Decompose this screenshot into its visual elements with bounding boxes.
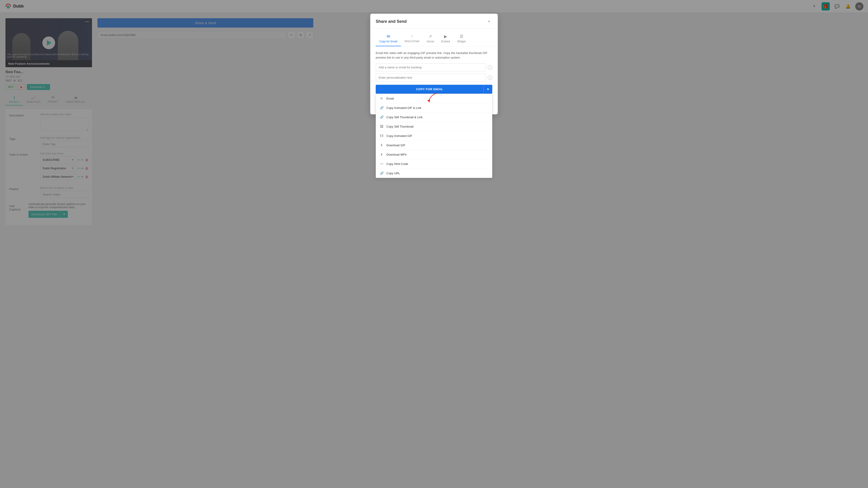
- copy-email-label: Copy for Email: [379, 40, 397, 43]
- copy-still-thumbnail-icon: 🖼: [379, 124, 384, 128]
- dropdown-item-download-gif[interactable]: ⬇ Download GIF: [376, 141, 492, 150]
- email-dropdown-icon: ✉: [379, 96, 384, 101]
- modal-body: Email this video with an engaging GIF pr…: [370, 46, 498, 114]
- direct-email-label: Direct Email: [405, 40, 420, 43]
- dropdown-copy-url-label: Copy URL: [386, 172, 400, 175]
- copy-email-icon: ✉: [386, 34, 390, 39]
- email-tracking-input[interactable]: [376, 63, 486, 71]
- copy-dropdown-toggle[interactable]: [484, 85, 492, 94]
- copy-still-thumbnail-link-icon: 🔗: [379, 115, 384, 119]
- copy-for-email-btn[interactable]: COPY FOR EMAIL: [376, 85, 484, 94]
- copy-btn-group: COPY FOR EMAIL ✉ Email 🔗 Copy Animated G…: [376, 85, 492, 94]
- dropdown-item-copy-animated-gif[interactable]: 🎞 Copy Animated GIF: [376, 131, 492, 141]
- dropdown-item-email[interactable]: ✉ Email: [376, 94, 492, 103]
- social-icon: ↗: [429, 34, 432, 39]
- personalization-input[interactable]: [376, 74, 486, 82]
- dropdown-email-label: Email: [386, 97, 394, 100]
- dropdown-item-copy-animated-gif-link[interactable]: 🔗 Copy Animated GIF & Link: [376, 103, 492, 113]
- tab-copy-email[interactable]: ✉ Copy for Email: [376, 32, 401, 46]
- dropdown-item-copy-still-thumbnail-link[interactable]: 🔗 Copy Still Thumbnail & Link: [376, 113, 492, 122]
- copy-animated-gif-icon: 🎞: [379, 134, 384, 138]
- widget-label: Widget: [457, 40, 466, 43]
- download-mp4-icon: ⬇: [379, 152, 384, 156]
- tab-widget[interactable]: ☰ Widget: [454, 32, 469, 46]
- modal-overlay: Share and Send × ✉ Copy for Email ↑ Dire…: [0, 0, 868, 488]
- share-tabs: ✉ Copy for Email ↑ Direct Email ↗ Social…: [370, 28, 498, 46]
- modal-description: Email this video with an engaging GIF pr…: [376, 51, 492, 60]
- personalization-info-icon[interactable]: i: [488, 76, 492, 80]
- widget-icon: ☰: [460, 34, 463, 39]
- embed-icon: ▶: [444, 34, 447, 39]
- dropdown-copy-still-thumbnail-label: Copy Still Thumbnail: [386, 125, 413, 128]
- tab-social[interactable]: ↗ Social: [423, 32, 438, 46]
- email-info-icon[interactable]: i: [488, 65, 492, 70]
- direct-email-icon: ↑: [411, 34, 413, 39]
- copy-html-icon: </>: [379, 162, 384, 166]
- download-gif-icon: ⬇: [379, 143, 384, 147]
- dropdown-item-copy-url[interactable]: 🔗 Copy URL: [376, 169, 492, 178]
- dropdown-copy-html-label: Copy Html Code: [386, 162, 408, 166]
- email-tracking-row: i: [376, 63, 492, 71]
- dropdown-copy-still-thumbnail-link-label: Copy Still Thumbnail & Link: [386, 115, 423, 119]
- modal-close-btn[interactable]: ×: [486, 18, 492, 25]
- dropdown-item-copy-html[interactable]: </> Copy Html Code: [376, 159, 492, 169]
- social-label: Social: [427, 40, 434, 43]
- embed-label: Embed: [441, 40, 450, 43]
- modal-header: Share and Send ×: [370, 14, 498, 28]
- dropdown-copy-animated-gif-label: Copy Animated GIF: [386, 134, 412, 138]
- copy-url-icon: 🔗: [379, 171, 384, 175]
- personalization-row: i: [376, 74, 492, 82]
- dropdown-item-download-mp4[interactable]: ⬇ Download MP4: [376, 150, 492, 159]
- dropdown-arrow-icon: [487, 89, 489, 90]
- copy-dropdown-menu: ✉ Email 🔗 Copy Animated GIF & Link 🔗 Cop…: [376, 94, 492, 178]
- dropdown-item-copy-still-thumbnail[interactable]: 🖼 Copy Still Thumbnail: [376, 122, 492, 131]
- tab-direct-email[interactable]: ↑ Direct Email: [401, 32, 423, 46]
- dropdown-copy-animated-gif-link-label: Copy Animated GIF & Link: [386, 106, 421, 110]
- modal-title: Share and Send: [376, 19, 407, 24]
- dropdown-download-mp4-label: Download MP4: [386, 153, 406, 156]
- tab-embed[interactable]: ▶ Embed: [438, 32, 454, 46]
- copy-animated-gif-link-icon: 🔗: [379, 106, 384, 110]
- share-send-modal: Share and Send × ✉ Copy for Email ↑ Dire…: [370, 14, 498, 114]
- dropdown-download-gif-label: Download GIF: [386, 144, 405, 147]
